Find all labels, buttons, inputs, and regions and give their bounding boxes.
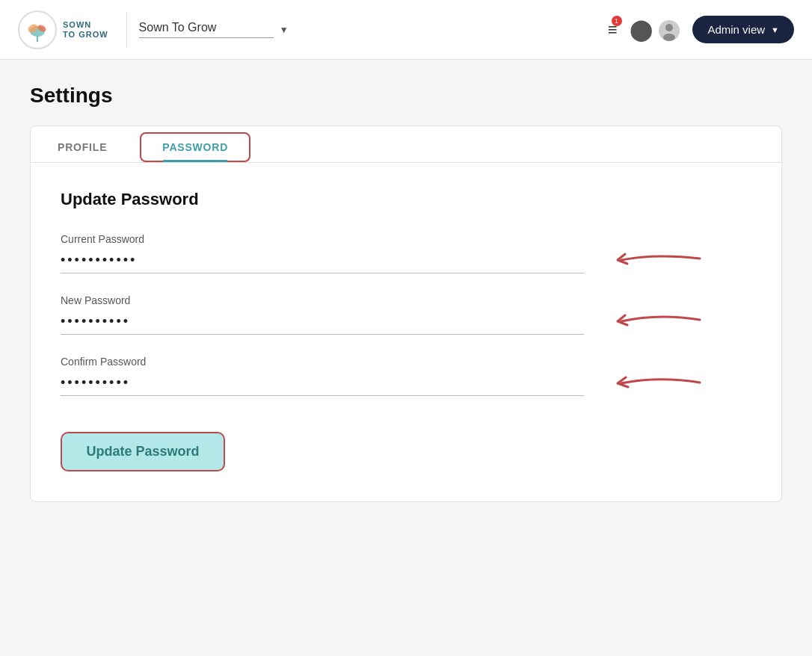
admin-view-label: Admin view	[707, 23, 765, 36]
settings-card: PROFILE PASSWORD Update Password Current…	[30, 126, 782, 502]
org-selector[interactable]: Sown To Grow ▼	[139, 21, 289, 38]
logo-area: SOWN TO GROW	[18, 10, 108, 49]
tab-password[interactable]: PASSWORD	[140, 132, 250, 162]
org-dropdown-chevron[interactable]: ▼	[280, 25, 289, 35]
svg-point-6	[663, 34, 675, 41]
menu-button[interactable]: ≡ 1	[608, 20, 618, 40]
confirm-password-label: Confirm Password	[61, 356, 584, 368]
arrow-annotation-2	[606, 306, 704, 339]
arrow-annotation-3	[606, 368, 704, 400]
update-password-button[interactable]: Update Password	[61, 432, 225, 471]
page-title: Settings	[30, 84, 782, 108]
admin-view-button[interactable]: Admin view ▼	[692, 16, 794, 43]
current-password-input[interactable]	[61, 250, 584, 273]
admin-view-chevron: ▼	[771, 25, 779, 34]
page-content: Settings PROFILE PASSWORD Update Passwor…	[0, 60, 812, 526]
header: SOWN TO GROW Sown To Grow ▼ ≡ 1 ⬤ Admin …	[0, 0, 812, 60]
confirm-password-input[interactable]	[61, 372, 584, 396]
confirm-password-row	[61, 372, 584, 396]
new-password-input[interactable]	[61, 311, 584, 335]
form-section-title: Update Password	[61, 190, 751, 209]
header-right: ≡ 1 ⬤ Admin view ▼	[608, 16, 794, 43]
current-password-label: Current Password	[61, 233, 584, 245]
org-name: Sown To Grow	[139, 21, 274, 38]
new-password-label: New Password	[61, 294, 584, 306]
tab-profile-label: PROFILE	[58, 141, 107, 153]
confirm-password-field: Confirm Password	[61, 356, 584, 396]
tabs-row: PROFILE PASSWORD	[31, 126, 781, 163]
new-password-field: New Password	[61, 294, 584, 335]
logo-text: SOWN TO GROW	[63, 20, 108, 38]
update-password-label: Update Password	[86, 444, 199, 459]
header-divider	[126, 12, 127, 48]
current-password-field: Current Password	[61, 233, 584, 273]
current-password-row	[61, 250, 584, 273]
form-section: Update Password Current Password	[31, 163, 781, 501]
logo-icon	[18, 10, 57, 49]
notification-badge: 1	[612, 16, 622, 26]
tab-password-label: PASSWORD	[162, 141, 228, 153]
tab-profile[interactable]: PROFILE	[37, 132, 128, 162]
user-account-icon[interactable]: ⬤	[630, 17, 681, 43]
new-password-row	[61, 311, 584, 335]
arrow-annotation-1	[606, 245, 704, 278]
svg-point-5	[665, 24, 673, 31]
